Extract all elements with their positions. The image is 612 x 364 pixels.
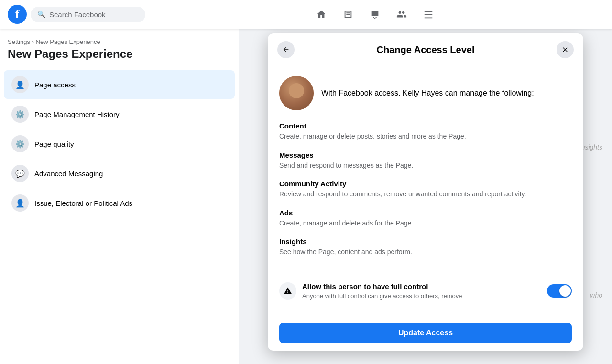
sidebar-item-label: Advanced Messaging xyxy=(34,170,103,178)
main-layout: Settings › New Pages Experience New Page… xyxy=(0,29,612,364)
modal-header: Change Access Level xyxy=(268,33,583,66)
nav-home-button[interactable] xyxy=(310,3,333,26)
user-intro: With Facebook access, Kelly Hayes can ma… xyxy=(279,76,572,110)
nav-groups-button[interactable] xyxy=(390,3,413,26)
top-navigation: f 🔍 Search Facebook xyxy=(0,0,612,29)
search-input[interactable]: Search Facebook xyxy=(49,11,106,19)
modal-back-button[interactable] xyxy=(277,41,295,58)
permission-content-desc: Create, manage or delete posts, stories … xyxy=(279,132,572,141)
full-control-toggle[interactable] xyxy=(547,284,572,298)
modal-title: Change Access Level xyxy=(295,44,557,55)
sidebar-item-label: Issue, Electoral or Political Ads xyxy=(34,199,132,207)
modal-footer: Update Access xyxy=(268,315,583,351)
permission-insights: Insights See how the Page, content and a… xyxy=(279,237,572,257)
avatar-image xyxy=(279,76,314,110)
warning-icon xyxy=(279,282,296,300)
divider xyxy=(279,267,572,267)
nav-pages-button[interactable] xyxy=(337,3,360,26)
permission-insights-desc: See how the Page, content and ads perfor… xyxy=(279,247,572,257)
permission-ads: Ads Create, manage and delete ads for th… xyxy=(279,209,572,228)
permission-messages-desc: Send and respond to messages as the Page… xyxy=(279,161,572,171)
permission-community-name: Community Activity xyxy=(279,180,572,188)
full-control-text: Allow this person to have full control A… xyxy=(302,282,547,300)
permission-community-desc: Review and respond to comments, remove u… xyxy=(279,190,572,199)
sidebar-item-page-management-history[interactable]: ⚙️ Page Management History xyxy=(4,100,235,128)
permission-messages: Messages Send and respond to messages as… xyxy=(279,151,572,171)
advanced-messaging-icon: 💬 xyxy=(11,165,29,182)
full-control-desc: Anyone with full control can give access… xyxy=(302,292,547,300)
sidebar: Settings › New Pages Experience New Page… xyxy=(0,29,239,364)
user-intro-text: With Facebook access, Kelly Hayes can ma… xyxy=(321,88,534,98)
full-control-title: Allow this person to have full control xyxy=(302,282,547,290)
search-bar[interactable]: 🔍 Search Facebook xyxy=(31,7,145,22)
issue-electoral-ads-icon: 👤 xyxy=(11,194,29,212)
breadcrumb: Settings › New Pages Experience xyxy=(0,38,239,45)
avatar xyxy=(279,76,314,110)
permission-ads-desc: Create, manage and delete ads for the Pa… xyxy=(279,219,572,228)
page-quality-icon: ⚙️ xyxy=(11,135,29,152)
modal-close-button[interactable] xyxy=(557,41,574,58)
sidebar-item-page-quality[interactable]: ⚙️ Page quality xyxy=(4,129,235,158)
permissions-list: Content Create, manage or delete posts, … xyxy=(279,122,572,257)
full-control-row: Allow this person to have full control A… xyxy=(279,277,572,305)
change-access-level-dialog: Change Access Level With Facebook access… xyxy=(268,33,583,351)
permission-content-name: Content xyxy=(279,122,572,130)
sidebar-item-issue-electoral-ads[interactable]: 👤 Issue, Electoral or Political Ads xyxy=(4,189,235,217)
page-access-icon: 👤 xyxy=(11,76,29,93)
permission-insights-name: Insights xyxy=(279,237,572,246)
sidebar-item-label: Page access xyxy=(34,81,76,89)
update-access-button[interactable]: Update Access xyxy=(279,323,572,343)
search-icon: 🔍 xyxy=(37,11,45,18)
nav-menu-button[interactable] xyxy=(417,3,440,26)
nav-watch-button[interactable] xyxy=(363,3,386,26)
sidebar-item-page-access[interactable]: 👤 Page access xyxy=(4,70,235,99)
sidebar-item-label: Page quality xyxy=(34,140,74,148)
permission-content: Content Create, manage or delete posts, … xyxy=(279,122,572,141)
main-content: Ads, Insights who Change Access Level xyxy=(239,29,612,364)
permission-ads-name: Ads xyxy=(279,209,572,217)
facebook-logo: f xyxy=(8,5,27,24)
permission-messages-name: Messages xyxy=(279,151,572,159)
modal-overlay: Change Access Level With Facebook access… xyxy=(239,29,612,364)
sidebar-item-advanced-messaging[interactable]: 💬 Advanced Messaging xyxy=(4,159,235,188)
sidebar-item-label: Page Management History xyxy=(34,110,120,118)
nav-icons xyxy=(145,3,604,26)
modal-body: With Facebook access, Kelly Hayes can ma… xyxy=(268,66,583,315)
page-management-icon: ⚙️ xyxy=(11,106,29,123)
page-title: New Pages Experience xyxy=(0,47,239,61)
permission-community-activity: Community Activity Review and respond to… xyxy=(279,180,572,199)
